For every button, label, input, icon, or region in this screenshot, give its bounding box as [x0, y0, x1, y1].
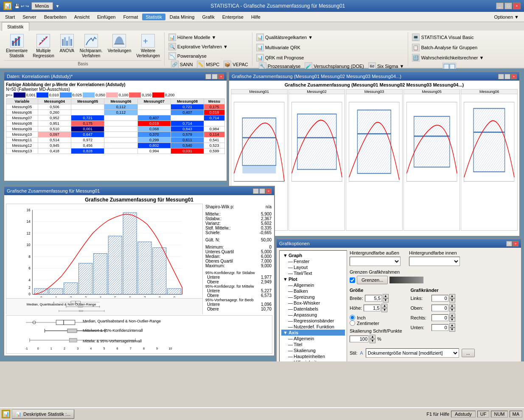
menu-ansicht[interactable]: Ansicht [71, 14, 93, 20]
hoehe-up[interactable]: ▲ [381, 304, 387, 308]
tree-titeltext[interactable]: — Titel/Text [281, 270, 345, 276]
ribbon-btn-qrkprognose[interactable]: 📊 QRK mit Prognose [255, 53, 305, 62]
ribbon-btn-mspc[interactable]: 📏 MSPC [196, 60, 221, 69]
menu-enterprise[interactable]: Enterprise [219, 14, 247, 20]
taskbar-btn-deskriptiv[interactable]: 📊 Deskriptive Statistik :... [12, 409, 74, 419]
menu-einfuegen[interactable]: Einfügen [94, 14, 119, 20]
mc-max[interactable]: □ [259, 188, 265, 194]
tree-axis[interactable]: ▼ Axis [281, 330, 345, 336]
menu-format[interactable]: Format [120, 14, 141, 20]
oben-up[interactable]: ▲ [449, 304, 455, 308]
menu-statistik[interactable]: Statistik [142, 14, 165, 20]
menu-hilfe[interactable]: Hilfe [248, 14, 264, 20]
skalierung-down[interactable]: ▼ [370, 339, 375, 343]
tree-graph[interactable]: ▼ Graph [281, 252, 345, 258]
skalierung-up[interactable]: ▲ [370, 335, 375, 339]
corr-min[interactable]: _ [205, 74, 211, 79]
tree-axis-allgemein[interactable]: — Allgemein [281, 336, 345, 342]
rechts-input[interactable] [432, 314, 448, 321]
tree-spreizung[interactable]: — Spreizung [281, 294, 345, 300]
breite-down[interactable]: ▼ [383, 298, 389, 302]
minimize-btn[interactable]: _ [496, 3, 504, 9]
ribbon-btn-sann[interactable]: 🔗 SANN [170, 60, 194, 69]
ribbon-btn-multivariate[interactable]: 📊 Multivariate QRK [255, 43, 302, 52]
mc-close[interactable]: × [266, 188, 272, 194]
svg-text:12: 12 [27, 232, 31, 235]
tree-nutzerfunktion[interactable]: — Nutzerdef. Funktion [281, 324, 345, 330]
ribbon-btn-elementare[interactable]: ElementareStatistik [4, 33, 29, 59]
oben-down[interactable]: ▼ [449, 308, 455, 312]
tree-datenlabels[interactable]: — Datenlabels [281, 306, 345, 312]
skalierung-input[interactable] [350, 336, 369, 342]
ribbon-btn-poweranalyse[interactable]: 📉 Poweranalyse [167, 52, 208, 60]
ribbon-btn-nichtparam[interactable]: Nichtparam.Verfahren [78, 33, 104, 59]
tree-axis-titel[interactable]: — Titel [281, 342, 345, 347]
cell-06-05 [71, 110, 104, 115]
restore-btn[interactable]: □ [504, 3, 512, 9]
links-up[interactable]: ▲ [449, 294, 455, 298]
zentimeter-radio[interactable] [350, 320, 355, 326]
links-down[interactable]: ▼ [449, 298, 455, 302]
menu-datamining[interactable]: Data Mining [166, 14, 198, 20]
inch-radio[interactable] [350, 315, 355, 320]
menu-bearbeiten[interactable]: Bearbeiten [41, 14, 70, 20]
ribbon-btn-batch[interactable]: 📋 Batch-Analyse für Gruppen [411, 43, 479, 52]
sc-max[interactable]: □ [504, 74, 510, 79]
breite-up[interactable]: ▲ [383, 294, 389, 298]
legend-box-2 [36, 92, 48, 98]
links-input[interactable] [432, 295, 448, 302]
tree-anpassung[interactable]: — Anpassung [281, 312, 345, 318]
ribbon-tab-statistik[interactable]: Statistik [2, 22, 29, 31]
oben-input[interactable] [432, 305, 448, 311]
tree-haupteinheiten[interactable]: — Haupteinheiten [281, 353, 345, 359]
hintergrund-innen-select[interactable] [409, 257, 460, 266]
hintergrund-aussen-select[interactable] [350, 257, 401, 266]
ribbon-btn-visualbasic[interactable]: 💻 STATISTICA Visual Basic [411, 33, 475, 42]
sc-min[interactable]: _ [498, 74, 504, 79]
ribbon-btn-multiple[interactable]: MultipleRegression [31, 33, 56, 59]
stil-dots-btn[interactable]: ... [462, 349, 475, 357]
tree-skalierung[interactable]: — Skalierung [281, 347, 345, 353]
unten-up[interactable]: ▲ [449, 323, 455, 328]
unten-input[interactable] [432, 324, 448, 331]
cell-11-05: 0,972 [71, 137, 104, 143]
hoehe-input[interactable] [364, 305, 381, 311]
ribbon-btn-verteilungen[interactable]: Verteilungen [106, 33, 133, 54]
hoehe-down[interactable]: ▼ [381, 308, 387, 312]
tree-fenster[interactable]: — Fenster [281, 258, 345, 264]
rechts-down[interactable]: ▼ [449, 318, 455, 322]
tree-plot[interactable]: ▼ Plot [281, 276, 345, 282]
ribbon-btn-qualitaet[interactable]: 📊 Qualitätsregelkarten ▼ [255, 33, 314, 42]
close-btn[interactable]: × [513, 3, 521, 9]
rechts-up[interactable]: ▲ [449, 314, 455, 318]
ribbon-btn-weitere[interactable]: + WeitereVerteilungen [135, 33, 162, 59]
unten-down[interactable]: ▼ [449, 328, 455, 332]
breite-input[interactable] [365, 295, 382, 302]
tree-regressionsbaender[interactable]: — Regressionsbänder [281, 318, 345, 324]
ribbon-btn-wahrscheinlichkeit[interactable]: 🔢 Wahrscheinlichkeitsrechner ▼ [411, 53, 485, 62]
sc-close[interactable]: × [511, 74, 517, 79]
menu-start[interactable]: Start [2, 14, 18, 20]
tree-boxwhisker[interactable]: — Box-Whisker [281, 300, 345, 306]
ribbon-btn-anova[interactable]: ANOVA [58, 33, 76, 54]
mc-min[interactable]: _ [253, 188, 259, 194]
tree-layout[interactable]: — Layout [281, 264, 345, 270]
dropdown-arrow[interactable]: ▼ [56, 4, 60, 8]
menus-btn[interactable]: Menüs [31, 2, 53, 10]
corr-max[interactable]: □ [212, 74, 218, 79]
corr-close[interactable]: × [218, 74, 224, 79]
ribbon-btn-vepac[interactable]: 📦 VEPAC [222, 60, 249, 69]
ribbon-btn-hoeheremodelle[interactable]: 📊 Höhere Modelle ▼ [167, 33, 218, 42]
menu-optionen[interactable]: Optionen ▼ [490, 14, 522, 20]
stil-select[interactable]: Dokumentgröße Normal [modifiziert] [366, 348, 459, 358]
gf-help[interactable]: ? [506, 241, 512, 246]
grenzen-checkbox[interactable] [350, 277, 355, 283]
tree-allgemein[interactable]: — Allgemein [281, 282, 345, 288]
menu-server[interactable]: Server [19, 14, 39, 20]
ribbon-btn-explorative[interactable]: 🔍 Explorative Verfahren ▼ [167, 42, 229, 51]
tree-balken[interactable]: — Balken [281, 288, 345, 294]
menu-grafik[interactable]: Grafik [199, 14, 218, 20]
gf-close[interactable]: × [513, 241, 518, 246]
tree-hilfseinheiten[interactable]: — Hilfseinheiten [281, 359, 345, 361]
grenzen-btn[interactable]: Grenzen... [357, 276, 388, 284]
